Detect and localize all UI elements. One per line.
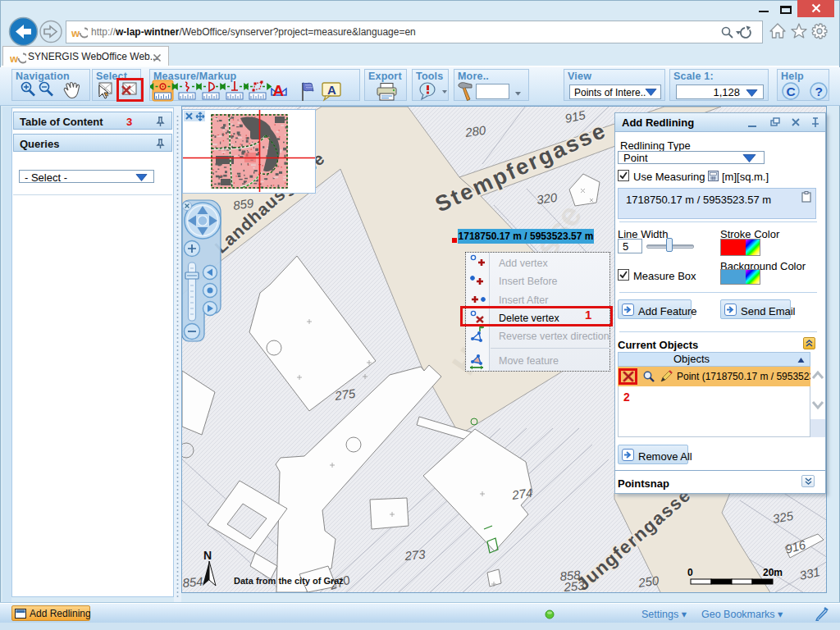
svg-text:N: N (203, 549, 212, 562)
svg-text:A: A (273, 82, 285, 99)
svg-text:w: w (10, 52, 19, 65)
svg-text:?: ? (815, 84, 823, 98)
svg-text:Data from the city of Graz: Data from the city of Graz (234, 576, 344, 586)
svg-text:A: A (327, 83, 336, 97)
svg-text:854: 854 (182, 574, 203, 590)
svg-text:C: C (787, 84, 796, 98)
svg-text:253: 253 (563, 578, 586, 593)
svg-text:274: 274 (510, 486, 533, 502)
svg-text:0: 0 (687, 567, 693, 578)
svg-text:w: w (71, 27, 80, 39)
svg-text:320: 320 (536, 190, 559, 207)
svg-text:273: 273 (404, 547, 427, 563)
svg-text:859: 859 (232, 196, 255, 212)
svg-text:20m: 20m (763, 567, 783, 578)
